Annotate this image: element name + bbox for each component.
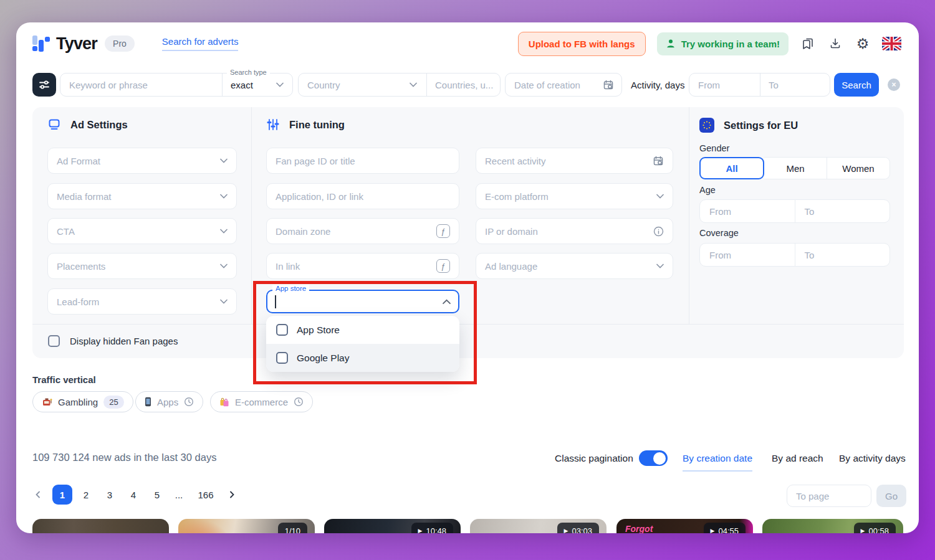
countries-unions-input[interactable]: Countries, u...	[435, 80, 493, 90]
app-store-combobox[interactable]	[266, 290, 459, 313]
traffic-vertical-label: Traffic vertical	[32, 374, 96, 385]
display-hidden-checkbox[interactable]	[48, 335, 60, 347]
chevron-down-icon	[220, 229, 228, 234]
gender-all-button[interactable]: All	[699, 157, 764, 179]
person-icon	[666, 39, 676, 49]
coverage-range-group: From To	[699, 243, 890, 267]
next-page-chevron[interactable]	[222, 485, 242, 505]
page-166[interactable]: 166	[193, 485, 218, 505]
ip-or-domain-input[interactable]: IP or domain	[476, 218, 673, 244]
ad-thumbnail[interactable]: Forgot ▶04:55	[616, 519, 753, 533]
search-bar: Keyword or phrase Search type exact Coun…	[16, 73, 919, 97]
header-actions: Upload to FB with langs Try working in a…	[518, 32, 901, 56]
placements-select[interactable]: Placements	[47, 253, 237, 279]
page-4[interactable]: 4	[123, 485, 143, 505]
page-5[interactable]: 5	[147, 485, 167, 505]
chip-apps[interactable]: Apps	[135, 391, 203, 412]
fan-page-input[interactable]: Fan page ID or title	[266, 148, 459, 174]
app-window: Tyver Pro Search for adverts Upload to F…	[16, 22, 919, 533]
ad-thumbnail[interactable]: ▶00:58	[762, 519, 903, 533]
go-button[interactable]: Go	[876, 485, 906, 507]
app-store-option-checkbox[interactable]	[276, 324, 288, 336]
option-app-store[interactable]: App Store	[266, 316, 459, 344]
play-icon: ▶	[418, 528, 423, 533]
upload-to-fb-button[interactable]: Upload to FB with langs	[518, 32, 646, 56]
gender-women-button[interactable]: Women	[827, 157, 890, 179]
divider	[251, 107, 252, 324]
keyword-search-group: Keyword or phrase Search type exact	[60, 73, 293, 97]
divider	[32, 324, 904, 325]
option-google-play[interactable]: Google Play	[266, 344, 459, 372]
to-page-input[interactable]: To page	[787, 485, 871, 507]
cta-select[interactable]: CTA	[47, 218, 237, 244]
page-3[interactable]: 3	[100, 485, 120, 505]
recent-activity-field[interactable]: Recent activity	[476, 148, 673, 174]
chevron-down-icon	[220, 299, 228, 304]
sort-by-creation-date[interactable]: By creation date	[683, 453, 752, 464]
keyword-input[interactable]: Keyword or phrase	[69, 80, 148, 90]
age-to-input[interactable]: To	[795, 200, 890, 222]
ad-thumbnail[interactable]: ▶10:48	[324, 519, 461, 533]
chevron-down-icon	[220, 263, 228, 268]
divider	[426, 74, 427, 96]
chevron-down-icon[interactable]	[276, 82, 284, 87]
activity-range-group: From To	[689, 73, 830, 97]
eu-settings-title: Settings for EU	[724, 120, 798, 131]
in-link-input[interactable]: In link ƒ	[266, 253, 459, 279]
google-play-option-checkbox[interactable]	[276, 352, 288, 364]
info-icon	[653, 226, 664, 237]
team-button[interactable]: Try working in a team!	[657, 32, 789, 55]
sort-by-ad-reach[interactable]: By ad reach	[772, 453, 823, 464]
chevron-down-icon[interactable]	[410, 82, 417, 87]
settings-gear-icon[interactable]: ⚙	[855, 36, 871, 52]
country-select[interactable]: Country	[307, 80, 340, 90]
sort-by-activity-days[interactable]: By activity days	[839, 453, 906, 464]
slot-machine-icon	[42, 397, 52, 407]
filters-toggle-button[interactable]	[32, 73, 56, 97]
language-uk-flag-icon[interactable]	[882, 36, 901, 52]
activity-to-input[interactable]: To	[769, 80, 779, 90]
ad-settings-icon	[47, 118, 61, 131]
media-format-select[interactable]: Media format	[47, 183, 237, 209]
ecom-platform-select[interactable]: E-com platform	[476, 183, 673, 209]
chip-ecommerce[interactable]: E-commerce	[210, 391, 313, 412]
results-summary: 109 730 124 new ads in the last 30 days	[32, 452, 216, 463]
activity-from-input[interactable]: From	[698, 80, 720, 90]
download-icon[interactable]	[827, 36, 843, 52]
clock-icon	[184, 397, 194, 407]
nav-search-for-adverts[interactable]: Search for adverts	[162, 36, 239, 51]
ad-language-select[interactable]: Ad language	[476, 253, 673, 279]
ad-format-select[interactable]: Ad Format	[47, 148, 237, 174]
coverage-to-input[interactable]: To	[795, 244, 890, 266]
gender-men-button[interactable]: Men	[764, 157, 827, 179]
page-1[interactable]: 1	[52, 485, 72, 505]
ad-thumbnail[interactable]	[32, 519, 169, 533]
bookmarks-icon[interactable]	[800, 36, 816, 52]
lead-form-select[interactable]: Lead-form	[47, 288, 237, 315]
clear-filters-button[interactable]: ×	[888, 78, 900, 91]
chip-gambling[interactable]: Gambling 25	[32, 391, 133, 412]
facebook-f-icon: ƒ	[436, 224, 450, 238]
fine-tuning-header: Fine tuning	[266, 118, 345, 131]
ad-thumbnail[interactable]: ▶03:03	[470, 519, 607, 533]
ad-thumbnail[interactable]: 1/10	[178, 519, 315, 533]
video-duration-badge: ▶10:48	[411, 523, 453, 533]
filters-panel: Ad Settings Ad Format Media format CTA P…	[32, 107, 904, 358]
application-input[interactable]: Application, ID or link	[266, 183, 459, 209]
date-of-creation-field[interactable]: Date of creation	[505, 73, 622, 97]
page-2[interactable]: 2	[76, 485, 96, 505]
prev-page-chevron[interactable]	[28, 485, 48, 505]
chevron-up-icon[interactable]	[443, 299, 451, 305]
calendar-search-icon	[603, 79, 614, 90]
search-type-select[interactable]: exact	[231, 80, 253, 90]
app-store-dropdown: App Store Google Play	[266, 316, 459, 372]
age-from-input[interactable]: From	[700, 200, 795, 222]
coverage-label: Coverage	[699, 228, 739, 238]
video-duration-badge: ▶03:03	[557, 523, 599, 533]
search-button[interactable]: Search	[834, 73, 879, 97]
domain-zone-input[interactable]: Domain zone ƒ	[266, 218, 459, 244]
display-hidden-row: Display hidden Fan pages	[48, 335, 178, 347]
coverage-from-input[interactable]: From	[700, 244, 795, 266]
gender-segmented-control: All Men Women	[699, 157, 890, 179]
classic-pagination-toggle[interactable]	[639, 450, 668, 466]
